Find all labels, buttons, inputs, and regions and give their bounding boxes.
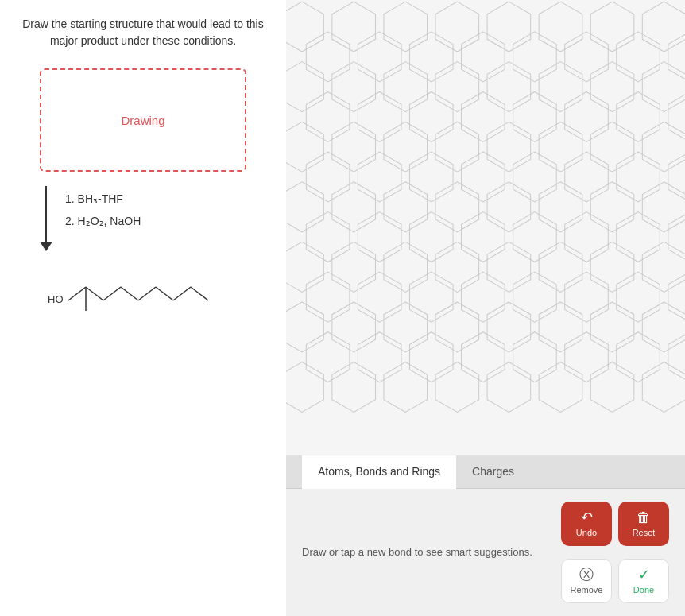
condition-line2: 2. H₂O₂, NaOH <box>65 210 141 232</box>
svg-line-1 <box>68 287 86 300</box>
svg-line-8 <box>191 287 208 300</box>
done-icon: ✓ <box>638 568 650 582</box>
product-molecule: HO <box>32 267 254 331</box>
remove-icon: ⓧ <box>579 568 594 582</box>
instruction-text: Draw the starting structure that would l… <box>16 16 270 49</box>
svg-line-2 <box>86 287 103 300</box>
hex-grid[interactable] <box>286 0 685 455</box>
right-panel: Atoms, Bonds and Rings Charges Draw or t… <box>286 0 685 616</box>
arrow-head <box>40 242 52 251</box>
svg-text:HO: HO <box>48 293 64 305</box>
hint-text: Draw or tap a new bond to see smart sugg… <box>302 544 532 560</box>
tab-atoms-bonds-rings[interactable]: Atoms, Bonds and Rings <box>302 455 456 489</box>
reset-button[interactable]: 🗑 Reset <box>618 502 669 546</box>
undo-button[interactable]: ↶ Undo <box>561 502 612 546</box>
reset-icon: 🗑 <box>637 510 651 525</box>
svg-line-5 <box>138 287 156 300</box>
tabs-row: Atoms, Bonds and Rings Charges <box>286 455 685 489</box>
arrow-column <box>40 180 52 251</box>
conditions-text: 1. BH₃-THF 2. H₂O₂, NaOH <box>65 180 141 232</box>
done-button[interactable]: ✓ Done <box>618 559 669 603</box>
arrow-area: 1. BH₃-THF 2. H₂O₂, NaOH <box>40 180 246 251</box>
svg-line-3 <box>103 287 121 300</box>
top-buttons: ↶ Undo 🗑 Reset <box>561 502 669 546</box>
drawing-box[interactable]: Drawing <box>40 68 246 172</box>
undo-icon: ↶ <box>581 510 593 525</box>
remove-label: Remove <box>571 585 603 595</box>
reset-label: Reset <box>633 528 656 537</box>
svg-line-6 <box>156 287 173 300</box>
svg-line-4 <box>121 287 138 300</box>
bottom-toolbar: Atoms, Bonds and Rings Charges Draw or t… <box>286 455 685 616</box>
action-area: Draw or tap a new bond to see smart sugg… <box>286 489 685 616</box>
bottom-buttons: ⓧ Remove ✓ Done <box>561 559 669 603</box>
tab-charges[interactable]: Charges <box>456 455 530 489</box>
condition-line1: 1. BH₃-THF <box>65 188 141 210</box>
done-label: Done <box>633 585 654 595</box>
remove-button[interactable]: ⓧ Remove <box>561 559 612 603</box>
svg-line-7 <box>173 287 191 300</box>
arrow-line <box>45 186 47 242</box>
drawing-label: Drawing <box>121 114 164 127</box>
undo-label: Undo <box>576 528 597 537</box>
left-panel: Draw the starting structure that would l… <box>0 0 286 616</box>
